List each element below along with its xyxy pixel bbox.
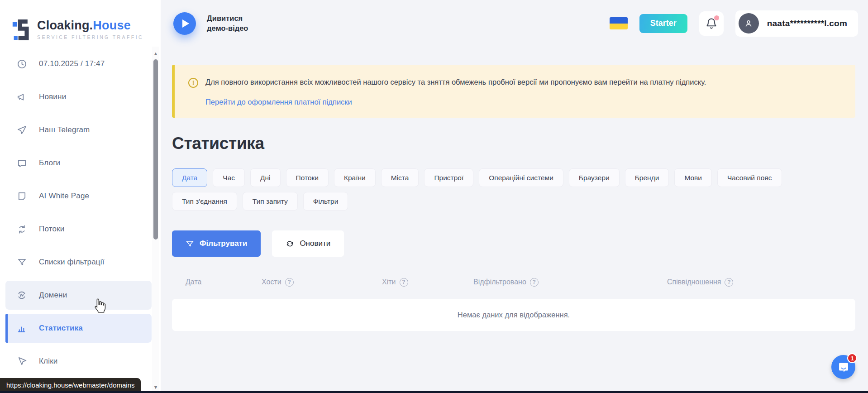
funnel-icon — [16, 257, 27, 268]
topbar-right: Starter naata**********l.com — [610, 10, 858, 37]
chat-widget-button[interactable]: 1 — [831, 355, 855, 379]
logo[interactable]: Cloaking.House SERVICE FILTERING TRAFFIC — [0, 0, 161, 47]
sidebar-item-label: Блоги — [39, 158, 60, 168]
filter-tab[interactable]: Час — [213, 168, 245, 187]
filter-tab[interactable]: Пристрої — [424, 168, 473, 187]
filter-tab[interactable]: Тип запиту — [243, 192, 298, 211]
sidebar-item-cursor[interactable]: Кліки — [5, 347, 152, 376]
sidebar-item-label: Потоки — [39, 225, 64, 234]
filter-tab[interactable]: Бренди — [625, 168, 669, 187]
empty-table-card: Немає даних для відображення. — [172, 299, 855, 331]
paper-plane-icon — [16, 125, 27, 135]
link-preview-statusbar: https://cloaking.house/webmaster/domains — [0, 378, 141, 392]
user-icon — [744, 19, 754, 29]
sidebar-item-label: Наш Telegram — [39, 125, 90, 134]
filter-tabs-row: ДатаЧасДніПотокиКраїниМістаПристроїОпера… — [172, 168, 855, 187]
demo-video-label[interactable]: Дивитися демо-відео — [207, 14, 261, 33]
filter-tab[interactable]: Фільтри — [303, 192, 348, 211]
cursor-icon — [16, 356, 27, 367]
filter-tab[interactable]: Часовий пояс — [717, 168, 782, 187]
filter-tab[interactable]: Дні — [250, 168, 281, 187]
logo-tagline: SERVICE FILTERING TRAFFIC — [37, 34, 143, 40]
scroll-down-arrow-icon[interactable]: ▼ — [153, 385, 158, 389]
demo-video[interactable]: Дивитися демо-відео — [173, 12, 261, 35]
filter-tab[interactable]: Операційні системи — [479, 168, 563, 187]
plan-badge-button[interactable]: Starter — [639, 14, 687, 33]
column-label: Співвідношення — [667, 278, 721, 286]
column-label: Хіти — [382, 278, 396, 286]
sidebar-item-megaphone[interactable]: Новини — [5, 82, 152, 111]
sidebar-scrollbar[interactable]: ▲ ▼ — [152, 47, 159, 393]
filter-tab[interactable]: Міста — [381, 168, 419, 187]
filter-tab[interactable]: Країни — [334, 168, 376, 187]
bar-chart-icon — [16, 323, 27, 334]
scroll-up-arrow-icon[interactable]: ▲ — [153, 51, 158, 56]
user-menu[interactable]: naata**********l.com — [735, 10, 858, 37]
avatar — [739, 13, 759, 34]
filter-tab[interactable]: Браузери — [569, 168, 620, 187]
brand-accent: House — [93, 19, 131, 32]
logo-icon — [12, 19, 32, 41]
main-content: ! Для повного використання всіх можливос… — [161, 47, 868, 393]
help-icon[interactable]: ? — [725, 278, 733, 287]
play-demo-button[interactable] — [173, 12, 196, 35]
filter-tabs: ДатаЧасДніПотокиКраїниМістаПристроїОпера… — [172, 168, 855, 211]
page-title: Статистика — [172, 134, 855, 153]
sidebar-item-label: 07.10.2025 / 17:47 — [39, 59, 105, 68]
notifications-button[interactable] — [699, 11, 724, 36]
window-bottom-edge — [0, 391, 868, 393]
sidebar-item-label: Новини — [39, 92, 66, 101]
notification-dot — [714, 15, 719, 20]
sidebar-item-label: AI White Page — [39, 192, 89, 201]
column-label: Хости — [262, 278, 281, 286]
filter-button-label: Фільтрувати — [200, 239, 247, 248]
topbar: Дивитися демо-відео Starter naata*******… — [161, 0, 868, 47]
trial-warning-banner: ! Для повного використання всіх можливос… — [172, 65, 855, 118]
ukraine-flag-icon[interactable] — [610, 17, 628, 29]
banner-message: Для повного використання всіх можливосте… — [205, 77, 706, 88]
column-header: Дата — [186, 278, 262, 286]
sidebar-menu: 07.10.2025 / 17:47НовиниНаш TelegramБлог… — [0, 47, 161, 376]
play-icon — [182, 19, 189, 28]
sidebar-item-label: Кліки — [39, 357, 58, 366]
scrollbar-thumb[interactable] — [153, 59, 158, 240]
sidebar-item-streams[interactable]: Потоки — [5, 215, 152, 244]
refresh-button[interactable]: Оновити — [272, 230, 344, 257]
help-icon[interactable]: ? — [530, 278, 539, 287]
help-icon[interactable]: ? — [285, 278, 294, 287]
user-email: naata**********l.com — [767, 19, 847, 29]
filter-tabs-row: Тип з'єднанняТип запитуФільтри — [172, 192, 855, 211]
filter-tab[interactable]: Мови — [674, 168, 712, 187]
sidebar-item-page[interactable]: AI White Page — [5, 182, 152, 211]
column-header: Хости? — [262, 278, 382, 287]
action-buttons: Фільтрувати Оновити — [172, 230, 855, 257]
sidebar-item-chat-bubble[interactable]: Блоги — [5, 149, 152, 177]
megaphone-icon — [16, 91, 27, 102]
column-label: Дата — [186, 278, 201, 286]
sidebar-item-funnel[interactable]: Списки фільтрації — [5, 248, 152, 277]
sidebar-datetime: 07.10.2025 / 17:47 — [5, 49, 152, 78]
refresh-icon — [286, 240, 294, 248]
sidebar-item-domain[interactable]: Домени — [5, 281, 152, 310]
sidebar-item-label: Статистика — [39, 324, 83, 333]
column-header: Співвідношення? — [667, 278, 855, 287]
brand-primary: Cloaking. — [37, 19, 93, 32]
help-icon[interactable]: ? — [400, 278, 408, 287]
sidebar-item-paper-plane[interactable]: Наш Telegram — [5, 115, 152, 144]
refresh-button-label: Оновити — [300, 239, 330, 248]
filter-tab[interactable]: Тип з'єднання — [172, 192, 237, 211]
filter-tab[interactable]: Дата — [172, 168, 207, 187]
sidebar: Cloaking.House SERVICE FILTERING TRAFFIC… — [0, 0, 161, 393]
mouse-cursor-icon — [93, 298, 106, 313]
domain-icon — [16, 290, 27, 301]
upgrade-subscription-link[interactable]: Перейти до оформлення платної підписки — [205, 98, 352, 106]
chat-bubble-icon — [16, 158, 27, 168]
page-icon — [16, 191, 27, 201]
column-label: Відфільтровано — [473, 278, 526, 286]
sidebar-item-bar-chart[interactable]: Статистика — [5, 314, 152, 343]
sidebar-item-label: Домени — [39, 291, 67, 300]
filter-button[interactable]: Фільтрувати — [172, 230, 261, 257]
filter-tab[interactable]: Потоки — [286, 168, 329, 187]
streams-icon — [16, 224, 27, 235]
sidebar-item-label: Списки фільтрації — [39, 258, 105, 267]
